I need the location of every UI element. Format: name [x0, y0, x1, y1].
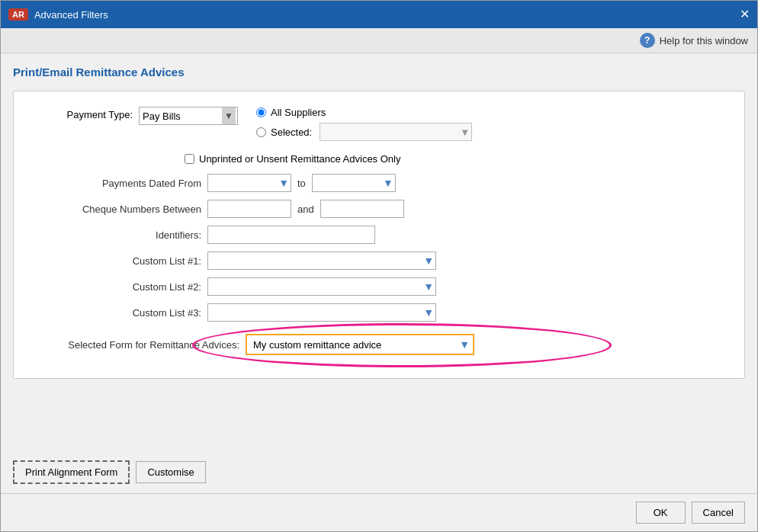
close-button[interactable]: ✕: [740, 8, 750, 21]
payment-type-chevron: ▼: [222, 107, 236, 124]
custom-list-2-chevron: ▼: [423, 280, 434, 293]
custom-list-3-label: Custom List #3:: [32, 307, 207, 319]
identifiers-row: Identifiers:: [32, 226, 726, 244]
ok-button[interactable]: OK: [636, 502, 686, 524]
all-suppliers-radio[interactable]: [256, 107, 266, 117]
custom-list-1-label: Custom List #1:: [32, 255, 207, 267]
window-title: Advanced Filters: [34, 9, 108, 21]
selected-chevron: ▼: [460, 127, 470, 138]
custom-list-1-dropdown[interactable]: ▼: [207, 252, 436, 270]
custom-list-1-chevron: ▼: [423, 255, 434, 267]
payment-type-dropdown[interactable]: Pay Bills ▼: [139, 107, 238, 125]
selected-suppliers-dropdown[interactable]: ▼: [320, 123, 472, 141]
ar-badge: AR: [8, 8, 28, 21]
selected-form-label: Selected Form for Remittance Advices:: [32, 339, 246, 351]
custom-list-2-row: Custom List #2: ▼: [32, 277, 726, 296]
cheque-numbers-label: Cheque Numbers Between: [32, 204, 207, 215]
cheque-numbers-row: Cheque Numbers Between and: [32, 200, 726, 218]
title-bar-left: AR Advanced Filters: [8, 8, 108, 21]
payment-type-row: Payment Type: Pay Bills ▼ All Suppliers …: [32, 107, 726, 141]
identifiers-input[interactable]: [207, 226, 375, 244]
unprinted-label: Unprinted or Unsent Remittance Advices O…: [199, 153, 400, 165]
custom-list-3-row: Custom List #3: ▼: [32, 303, 726, 322]
custom-list-3-chevron: ▼: [423, 306, 434, 319]
cheque-to-input[interactable]: [320, 200, 404, 218]
help-button[interactable]: ? Help for this window: [640, 33, 748, 48]
help-label: Help for this window: [660, 35, 748, 46]
to-label: to: [291, 178, 312, 189]
cheque-from-input[interactable]: [207, 200, 291, 218]
payments-dated-to-chevron: ▼: [383, 177, 393, 189]
selected-suppliers-row: Selected: ▼: [256, 123, 472, 141]
content-area: Print/Email Remittance Advices Payment T…: [1, 53, 757, 451]
unprinted-checkbox[interactable]: [185, 154, 194, 164]
custom-list-2-label: Custom List #2:: [32, 281, 207, 293]
checkbox-row: Unprinted or Unsent Remittance Advices O…: [185, 153, 726, 165]
selected-form-dropdown[interactable]: My custom remittance advice ▼: [246, 334, 474, 355]
help-bar: ? Help for this window: [1, 28, 757, 53]
help-icon: ?: [640, 33, 655, 48]
selected-form-row: Selected Form for Remittance Advices: My…: [32, 334, 726, 355]
selected-suppliers-label: Selected:: [271, 127, 312, 138]
selected-form-chevron: ▼: [459, 338, 470, 351]
payment-type-value: Pay Bills: [143, 111, 181, 122]
custom-list-1-row: Custom List #1: ▼: [32, 252, 726, 270]
suppliers-group: All Suppliers Selected: ▼: [256, 107, 472, 141]
section-title: Print/Email Remittance Advices: [13, 66, 745, 79]
all-suppliers-label: All Suppliers: [271, 107, 326, 118]
custom-list-3-dropdown[interactable]: ▼: [207, 303, 436, 322]
payments-dated-to-input[interactable]: ▼: [312, 174, 396, 192]
payments-dated-from-input[interactable]: ▼: [207, 174, 291, 192]
title-bar: AR Advanced Filters ✕: [1, 1, 757, 28]
payments-dated-row: Payments Dated From ▼ to ▼: [32, 174, 726, 192]
payments-dated-from-chevron: ▼: [278, 177, 289, 189]
selected-suppliers-radio[interactable]: [256, 127, 266, 137]
identifiers-label: Identifiers:: [32, 229, 207, 241]
cancel-button[interactable]: Cancel: [692, 502, 745, 524]
selected-form-value: My custom remittance advice: [253, 339, 381, 351]
payments-dated-label: Payments Dated From: [32, 178, 207, 189]
footer-buttons: OK Cancel: [1, 493, 757, 531]
main-panel: Payment Type: Pay Bills ▼ All Suppliers …: [13, 91, 745, 379]
customise-button[interactable]: Customise: [136, 461, 205, 483]
and-label: and: [291, 204, 320, 215]
all-suppliers-row: All Suppliers: [256, 107, 472, 118]
payment-type-label: Payment Type:: [32, 107, 139, 120]
bottom-buttons: Print Alignment Form Customise: [1, 451, 757, 493]
print-alignment-button[interactable]: Print Alignment Form: [13, 460, 130, 484]
advanced-filters-window: AR Advanced Filters ✕ ? Help for this wi…: [0, 0, 758, 532]
custom-list-2-dropdown[interactable]: ▼: [207, 277, 436, 296]
